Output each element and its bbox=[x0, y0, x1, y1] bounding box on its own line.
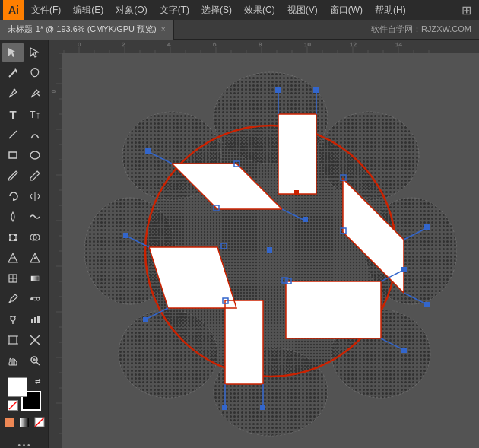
pencil-tool[interactable] bbox=[24, 166, 46, 186]
tool-row-15 bbox=[0, 330, 48, 350]
tab-close-button[interactable]: × bbox=[161, 25, 166, 33]
rectangle-tool[interactable] bbox=[2, 145, 24, 165]
type-touch-tool[interactable]: T↑ bbox=[24, 104, 46, 124]
tool-row-8 bbox=[0, 186, 48, 206]
slice-tool[interactable] bbox=[24, 330, 46, 350]
svg-text:8: 8 bbox=[259, 41, 262, 48]
svg-text:4: 4 bbox=[167, 41, 171, 48]
free-transform-tool[interactable] bbox=[2, 227, 24, 247]
workspace-switcher-icon[interactable]: ⊞ bbox=[462, 3, 476, 17]
gradient-mode-button[interactable] bbox=[17, 415, 31, 429]
svg-text:12: 12 bbox=[350, 41, 357, 48]
menu-effect[interactable]: 效果(C) bbox=[239, 2, 281, 18]
svg-point-32 bbox=[14, 316, 16, 317]
svg-marker-21 bbox=[33, 256, 36, 259]
svg-rect-156 bbox=[401, 267, 407, 272]
magic-wand-tool[interactable] bbox=[2, 63, 24, 83]
svg-rect-49 bbox=[20, 418, 29, 427]
hand-tool[interactable] bbox=[2, 351, 24, 370]
menu-view[interactable]: 视图(V) bbox=[282, 2, 323, 18]
svg-text:14: 14 bbox=[395, 41, 402, 48]
fill-stroke-indicator[interactable]: ⇄ bbox=[8, 377, 41, 411]
menu-edit[interactable]: 编辑(E) bbox=[68, 2, 109, 18]
tool-row-10 bbox=[0, 227, 48, 247]
color-mode-buttons bbox=[2, 415, 46, 429]
tool-row-9 bbox=[0, 207, 48, 227]
menu-bar: Ai 文件(F) 编辑(E) 对象(O) 文字(T) 选择(S) 效果(C) 视… bbox=[0, 0, 479, 20]
mesh-tool[interactable] bbox=[2, 268, 24, 288]
blend-tool[interactable] bbox=[24, 289, 46, 309]
svg-point-8 bbox=[30, 151, 40, 159]
website-label: 软件自学网：RJZXW.COM bbox=[371, 24, 479, 35]
svg-line-5 bbox=[37, 94, 40, 96]
pen-modify-tool[interactable] bbox=[24, 84, 46, 103]
reflect-tool[interactable] bbox=[24, 186, 46, 206]
selection-tool[interactable] bbox=[2, 43, 24, 62]
direct-selection-tool[interactable] bbox=[24, 43, 46, 62]
svg-point-27 bbox=[30, 297, 33, 300]
swap-colors-icon[interactable]: ⇄ bbox=[35, 377, 41, 385]
type-touch-icon: T↑ bbox=[30, 109, 40, 120]
graph-tool[interactable] bbox=[24, 310, 46, 329]
gradient-tool[interactable] bbox=[24, 268, 46, 288]
menu-type[interactable]: 文字(T) bbox=[154, 2, 195, 18]
svg-marker-130 bbox=[278, 114, 316, 194]
width-tool[interactable] bbox=[2, 207, 24, 227]
svg-marker-0 bbox=[8, 48, 17, 57]
shape-builder-tool[interactable] bbox=[24, 227, 46, 247]
artboard-tool[interactable] bbox=[2, 330, 24, 350]
tool-row-13 bbox=[0, 289, 48, 309]
svg-rect-7 bbox=[9, 152, 17, 158]
paintbrush-tool[interactable] bbox=[2, 166, 24, 186]
tab-label: 未标题-1* @ 193.6% (CMYK/GPU 预览) bbox=[8, 24, 157, 35]
more-tools-button[interactable]: • • • bbox=[3, 435, 46, 448]
extra-tools-row: • • • bbox=[3, 435, 46, 448]
pen-tool[interactable] bbox=[2, 84, 24, 103]
arc-tool[interactable] bbox=[24, 125, 46, 145]
none-color-icon[interactable] bbox=[8, 400, 18, 411]
menu-window[interactable]: 窗口(W) bbox=[325, 2, 368, 18]
svg-rect-161 bbox=[222, 405, 227, 410]
svg-rect-163 bbox=[260, 405, 265, 410]
zoom-tool[interactable] bbox=[24, 351, 46, 370]
svg-line-6 bbox=[9, 131, 17, 138]
svg-marker-132 bbox=[286, 281, 381, 338]
perspective-selection-tool[interactable] bbox=[24, 248, 46, 268]
svg-line-47 bbox=[9, 402, 17, 409]
svg-marker-133 bbox=[225, 300, 263, 384]
fill-color[interactable] bbox=[8, 377, 27, 397]
canvas-area[interactable]: 0 2 4 6 8 10 bbox=[49, 40, 479, 448]
symbol-sprayer-tool[interactable] bbox=[2, 310, 24, 329]
tool-row-4: T T↑ bbox=[0, 104, 48, 124]
svg-rect-144 bbox=[303, 217, 308, 222]
active-tab[interactable]: 未标题-1* @ 193.6% (CMYK/GPU 预览) × bbox=[0, 20, 174, 40]
ai-logo: Ai bbox=[3, 0, 24, 20]
warp-tool[interactable] bbox=[24, 207, 46, 227]
svg-rect-152 bbox=[424, 224, 430, 230]
svg-line-2 bbox=[9, 71, 15, 77]
svg-text:6: 6 bbox=[213, 41, 217, 48]
svg-rect-34 bbox=[34, 317, 36, 323]
eyedropper-tool[interactable] bbox=[2, 289, 24, 309]
line-segment-tool[interactable] bbox=[2, 125, 24, 145]
menu-help[interactable]: 帮助(H) bbox=[370, 2, 411, 18]
ellipse-tool[interactable] bbox=[24, 145, 46, 165]
menu-select[interactable]: 选择(S) bbox=[196, 2, 237, 18]
tool-row-11 bbox=[0, 248, 48, 268]
svg-rect-147 bbox=[275, 87, 281, 93]
perspective-grid-tool[interactable] bbox=[2, 248, 24, 268]
tool-row-12 bbox=[0, 268, 48, 288]
color-mode-button[interactable] bbox=[2, 415, 16, 429]
menu-file[interactable]: 文件(F) bbox=[26, 2, 66, 18]
type-tool[interactable]: T bbox=[2, 104, 24, 124]
tool-row-16 bbox=[0, 351, 48, 370]
svg-point-4 bbox=[14, 89, 16, 91]
menu-object[interactable]: 对象(O) bbox=[110, 2, 152, 18]
rotate-tool[interactable] bbox=[2, 186, 24, 206]
none-mode-button[interactable] bbox=[33, 415, 46, 429]
svg-rect-25 bbox=[31, 276, 39, 281]
tool-row-1 bbox=[0, 43, 48, 62]
artwork-canvas[interactable] bbox=[62, 53, 479, 448]
tool-row-5 bbox=[0, 125, 48, 145]
lasso-tool[interactable] bbox=[24, 63, 46, 83]
